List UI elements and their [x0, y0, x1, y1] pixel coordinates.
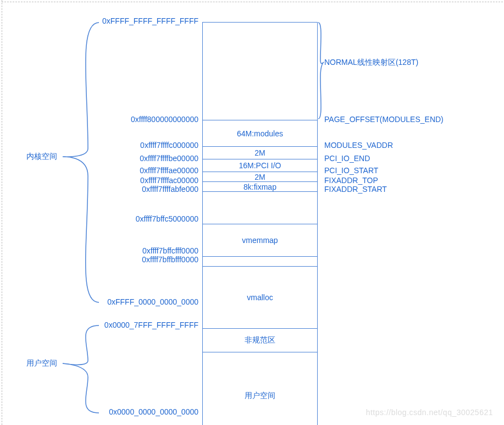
brace-kernel-icon [62, 22, 100, 305]
region-vmemmap: vmemmap [203, 224, 317, 256]
page-left-dash [2, 0, 2, 425]
brace-user-icon [62, 325, 100, 416]
region-vmalloc: vmalloc [203, 266, 317, 328]
addr-pci-io-start: 0xffff7ffffae00000 [140, 166, 198, 175]
region-noncanonical: 非规范区 [203, 328, 317, 352]
page-root: 64M:modules 2M 16M:PCI I/O 2M 8k:fixmap … [0, 0, 504, 425]
desc-pci-io-start: PCI_IO_START [324, 166, 378, 175]
addr-vmemmap-top: 0xffff7bffc5000000 [136, 214, 198, 223]
region-modules: 64M:modules [203, 120, 317, 146]
addr-vmalloc-bottom2: 0xffff7bffbfff0000 [142, 255, 198, 264]
desc-page-offset: PAGE_OFFSET(MODULES_END) [324, 115, 444, 124]
addr-user-top: 0x0000_7FFF_FFFF_FFFF [104, 321, 198, 329]
region-gap-d [203, 256, 317, 266]
desc-normal: NORMAL线性映射区(128T) [324, 58, 418, 68]
memory-column: 64M:modules 2M 16M:PCI I/O 2M 8k:fixmap … [202, 22, 318, 425]
region-normal [203, 23, 317, 120]
addr-modules-vaddr: 0xffff7ffffc000000 [140, 141, 198, 150]
desc-pci-io-end: PCI_IO_END [324, 154, 370, 163]
addr-fixaddr-top: 0xffff7ffffac00000 [140, 176, 198, 185]
desc-modules-vaddr: MODULES_VADDR [324, 141, 393, 150]
brace-normal-icon [318, 22, 329, 121]
addr-user-bottom: 0x0000_0000_0000_0000 [109, 407, 198, 416]
watermark: https://blog.csdn.net/qq_30025621 [366, 408, 493, 417]
desc-fixaddr-start: FIXADDR_START [324, 185, 387, 194]
region-fixmap: 8k:fixmap [203, 181, 317, 191]
label-kernel-space: 内核空间 [26, 152, 57, 162]
page-top-dash [2, 2, 504, 2]
addr-top: 0xFFFF_FFFF_FFFF_FFFF [102, 16, 198, 25]
region-user: 用户空间 [203, 352, 317, 425]
region-pci: 16M:PCI I/O [203, 159, 317, 172]
addr-pci-io-end: 0xffff7ffffbe00000 [140, 154, 198, 163]
desc-fixaddr-top: FIXADDR_TOP [324, 176, 378, 185]
addr-kernel-bottom: 0xFFFF_0000_0000_0000 [107, 297, 198, 306]
region-gap-2m-b: 2M [203, 172, 317, 181]
region-gap-c [203, 191, 317, 224]
addr-vmemmap-bottom: 0xffff7bffcfff0000 [142, 246, 198, 255]
addr-page-offset: 0xffff800000000000 [131, 115, 198, 124]
addr-fixaddr-start: 0xffff7ffffabfe000 [142, 185, 198, 194]
label-user-space: 用户空间 [26, 358, 57, 368]
region-gap-2m-a: 2M [203, 146, 317, 159]
